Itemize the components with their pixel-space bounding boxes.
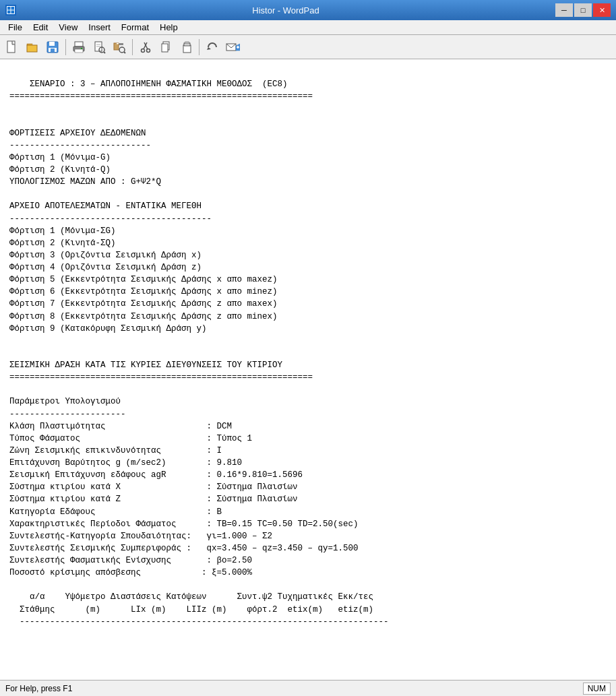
find-button[interactable] [110,38,129,57]
title-bar: Histor - WordPad ─ □ ✕ [0,0,616,20]
menu-format[interactable]: Format [116,21,154,34]
paste-button[interactable] [177,38,195,57]
svg-rect-32 [162,44,168,52]
content-area: ΣΕΝΑΡΙΟ : 3 – ΑΠΛΟΠΟΙΗΜΕΝΗ ΦΑΣΜΑΤΙΚΗ ΜΕΘ… [0,59,616,680]
sep2 [132,39,133,55]
svg-rect-24 [117,43,119,44]
sep1 [65,39,66,55]
menu-insert[interactable]: Insert [83,21,116,34]
num-indicator: NUM [583,683,611,695]
mail-button[interactable] [223,38,242,57]
undo-button[interactable] [203,38,222,57]
window-icon [5,5,16,15]
svg-rect-33 [183,45,191,53]
menu-help[interactable]: Help [154,21,183,34]
document-content: ΣΕΝΑΡΙΟ : 3 – ΑΠΛΟΠΟΙΗΜΕΝΗ ΦΑΣΜΑΤΙΚΗ ΜΕΘ… [9,80,389,627]
svg-rect-7 [27,45,37,52]
status-right: NUM [583,683,611,695]
document-text[interactable]: ΣΕΝΑΡΙΟ : 3 – ΑΠΛΟΠΟΙΗΜΕΝΗ ΦΑΣΜΑΤΙΚΗ ΜΕΘ… [0,59,616,680]
copy-button[interactable] [156,38,175,57]
menu-view[interactable]: View [53,21,83,34]
svg-rect-8 [28,44,32,45]
close-button[interactable]: ✕ [593,3,611,17]
window-title: Histor - WordPad [16,5,555,15]
toolbar [0,35,616,59]
svg-rect-35 [185,42,189,44]
svg-marker-36 [207,47,211,50]
sep3 [199,39,199,55]
open-button[interactable] [23,38,42,57]
menu-edit[interactable]: Edit [28,21,53,34]
status-bar: For Help, press F1 NUM [0,680,616,696]
help-text: For Help, press F1 [5,684,72,693]
new-button[interactable] [3,38,22,57]
minimize-button[interactable]: ─ [555,3,573,17]
menu-file[interactable]: File [3,21,28,34]
cut-button[interactable] [136,38,155,57]
window-controls: ─ □ ✕ [555,3,611,17]
svg-rect-12 [51,49,55,52]
maximize-button[interactable]: □ [574,3,592,17]
svg-point-30 [147,49,150,52]
svg-line-19 [104,52,105,53]
svg-point-25 [119,47,125,53]
svg-rect-13 [75,42,83,46]
print-button[interactable] [69,38,88,57]
svg-rect-5 [7,41,15,53]
svg-rect-10 [49,42,55,46]
save-button[interactable] [43,38,62,57]
menu-bar: File Edit View Insert Format Help [0,20,616,35]
svg-line-26 [124,52,125,53]
print-preview-button[interactable] [90,38,109,57]
svg-point-16 [81,48,82,49]
svg-rect-15 [75,49,83,53]
svg-point-29 [142,49,145,52]
